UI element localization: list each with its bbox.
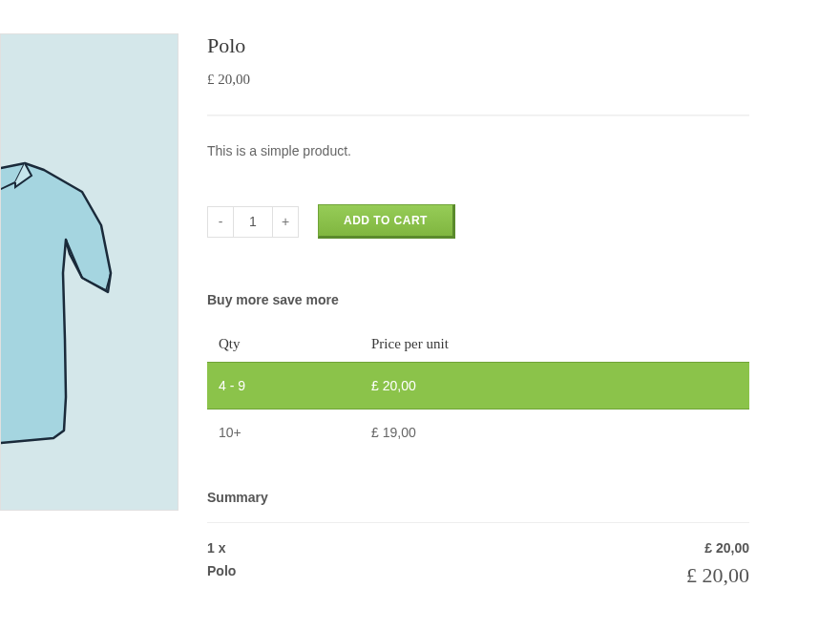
tier-pricing-table: Qty Price per unit 4 - 9 £ 20,00 10+ £ 1… [207,326,749,455]
product-price: £ 20,00 [207,72,749,88]
summary-heading: Summary [207,490,749,505]
table-row[interactable]: 10+ £ 19,00 [207,410,749,456]
table-header-qty: Qty [207,326,360,363]
quantity-input[interactable] [234,206,272,238]
product-description: This is a simple product. [207,143,749,158]
summary-total: £ 20,00 [686,563,749,588]
table-row[interactable]: 4 - 9 £ 20,00 [207,363,749,410]
tier-qty: 4 - 9 [207,363,360,410]
add-to-cart-button[interactable]: ADD TO CART [318,204,455,239]
polo-shirt-illustration [0,149,135,445]
product-title: Polo [207,33,749,58]
tier-pricing-heading: Buy more save more [207,292,749,307]
quantity-increase-button[interactable]: + [272,206,299,238]
product-meta: SKU: woo-polo Category: Tshirts [207,626,749,630]
tier-qty: 10+ [207,410,360,456]
summary-subtotal: £ 20,00 [704,540,749,556]
product-image[interactable] [0,33,178,511]
quantity-decrease-button[interactable]: - [207,206,234,238]
summary-product-name: Polo [207,563,236,588]
tier-price: £ 19,00 [360,410,749,456]
divider [207,115,749,116]
summary-qty-label: 1 x [207,540,225,556]
table-header-price: Price per unit [360,326,749,363]
quantity-stepper[interactable]: - + [207,206,299,238]
tier-price: £ 20,00 [360,363,749,410]
